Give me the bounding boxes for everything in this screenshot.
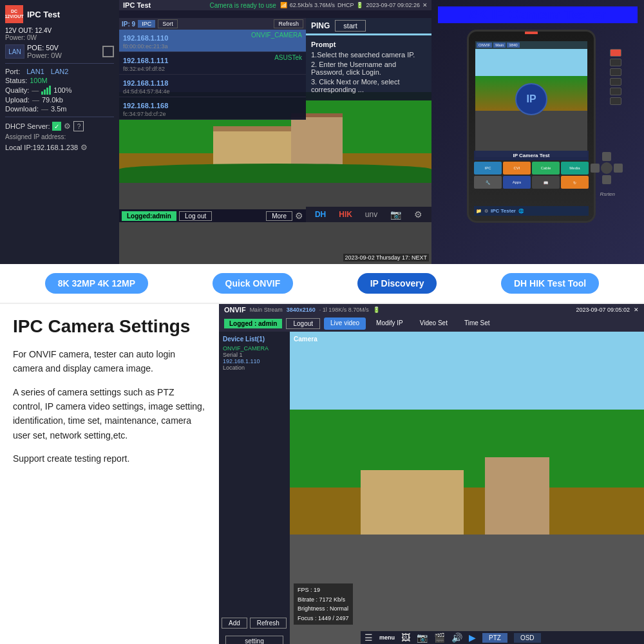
tab-video-set[interactable]: Video Set (413, 317, 454, 330)
feature-badge-8k[interactable]: 8K 32MP 4K 12MP (45, 273, 148, 294)
dpad (591, 152, 623, 184)
hw-btn-2[interactable] (610, 68, 621, 76)
screenshot-tabs: Logged : admin Logout Live video Modify … (219, 316, 644, 332)
settings-button[interactable]: ⚙ (295, 211, 303, 221)
camera-feed: Camera FPS : 19 Bitrate : 7172 Kb/s Brig… (290, 332, 644, 644)
dpad-left[interactable] (591, 164, 600, 173)
dpad-up[interactable] (602, 152, 611, 161)
dpad-right[interactable] (614, 164, 623, 173)
image-icon[interactable]: 🖼 (401, 632, 410, 643)
download-value: 3.5m (51, 105, 66, 113)
app-tools[interactable]: 🔧 (474, 176, 502, 189)
app-myapps[interactable]: Apps (503, 176, 531, 189)
more-button[interactable]: More (266, 211, 292, 221)
ping-label: PING (311, 21, 330, 30)
menu-item-res: 3840 (507, 43, 519, 48)
tab-live-video[interactable]: Live video (324, 317, 366, 330)
dhcp-checkbox[interactable]: ✓ (52, 122, 61, 131)
feature-badge-dhhik[interactable]: DH HIK Test Tool (501, 273, 599, 294)
app-cvihd[interactable]: CVI (503, 162, 531, 175)
device-item-location: Location (223, 365, 286, 371)
dc-label: DC 12V/OUT (5, 9, 23, 20)
setting-button[interactable]: setting (225, 636, 283, 644)
local-ip-settings-icon[interactable]: ⚙ (80, 143, 88, 152)
ip-list-item-2[interactable]: 192.168.1.111 ASUSTek f8:32:e4:9f:df:82 (119, 52, 306, 75)
ping-bar: PING start (306, 18, 431, 33)
signal-dots: · 1l 198K/s 8.70M/s (319, 307, 369, 313)
screen-title: IPC Test (123, 1, 151, 9)
dhcp-server-label: DHCP Server: (5, 122, 50, 130)
close-icon[interactable]: ✕ (422, 2, 428, 8)
app-update[interactable]: ↻ (561, 176, 589, 189)
app-title-bar: DC 12V/OUT IPC Test (5, 5, 114, 23)
play-icon[interactable]: ▶ (469, 632, 476, 643)
app-manual[interactable]: 📖 (532, 176, 560, 189)
audio-icon[interactable]: 🔊 (451, 632, 462, 643)
ipc-button[interactable]: IPC (138, 20, 155, 28)
resolution-label: 3840x2160 (287, 307, 316, 313)
dpad-down[interactable] (602, 175, 611, 184)
logout-btn2[interactable]: Logout (286, 318, 320, 329)
device-item-ip: 192.168.1.110 (223, 358, 286, 365)
bottom-section: IPC Camera Settings For ONVIF camera, te… (0, 304, 644, 644)
hw-btn-3[interactable] (610, 78, 621, 86)
hw-btn-power[interactable] (610, 49, 621, 57)
tab-modify-ip[interactable]: Modify IP (370, 317, 410, 330)
tab-time-set[interactable]: Time Set (458, 317, 497, 330)
app-cable[interactable]: Cable (532, 162, 560, 175)
features-row: 8K 32MP 4K 12MP Quick ONVIF IP Discovery… (0, 264, 644, 304)
quality-label: Quality: (5, 86, 29, 94)
device-item-1[interactable]: ONVIF_CAMERA Serial 1 192.168.1.110 Loca… (223, 345, 286, 371)
ip-list-item-1[interactable]: 192.168.1.110 ONVIF_CAMERA f0:00:00:ec:2… (119, 30, 306, 52)
hw-btn-1[interactable] (610, 59, 621, 66)
help-icon[interactable]: ? (73, 121, 84, 131)
local-ip-row: Local IP:192.168.1.238 ⚙ (5, 143, 114, 152)
dpad-center[interactable] (601, 162, 612, 174)
hw-btn-5[interactable] (610, 97, 621, 105)
ip-list-item-3[interactable]: 192.168.1.118 d4:5d:64:57:84:4e (119, 75, 306, 97)
hw-btn-4[interactable] (610, 88, 621, 95)
camera-snap-icon[interactable]: 📷 (417, 632, 428, 643)
right-screenshot: ONVIF Main Stream 3840x2160 · 1l 198K/s … (219, 304, 644, 644)
app-media[interactable]: Media (561, 162, 589, 175)
menu-icon[interactable]: ☰ (365, 632, 373, 643)
screen-top-bar: IPC Test Camera is ready to use 📶 62.5Kb… (119, 0, 431, 10)
app-grid-area: IP Camera Test IPC CVI Cable Media 🔧 App… (474, 151, 589, 189)
video-icon[interactable]: 🎬 (434, 632, 445, 643)
mac-addr-2: f8:32:e4:9f:df:82 (123, 66, 302, 72)
port-row: Port: LAN1 LAN2 (5, 68, 114, 75)
app-ipcamera[interactable]: IPC (474, 162, 502, 175)
device-item-serial: Serial 1 (223, 352, 286, 358)
ip-circle-badge: IP (515, 83, 547, 115)
lan1-label: LAN1 (26, 68, 44, 75)
logout-button[interactable]: Log out (179, 211, 212, 221)
sort-button[interactable]: Sort (158, 19, 178, 28)
datetime-display: 2023-09-07 09:02:26 (366, 2, 420, 8)
power-button[interactable] (525, 30, 538, 34)
top-section: DC 12V/OUT IPC Test 12V OUT: 12.4V Power… (0, 0, 644, 264)
ptz-button[interactable]: PTZ (482, 633, 507, 643)
feed-refresh-button[interactable]: Refresh (250, 618, 287, 629)
osd-button[interactable]: OSD (514, 633, 541, 643)
device-wrapper: ONVIF Main 3840 IP IP Camera Test (448, 30, 628, 236)
battery-icon2: 🔋 (373, 307, 380, 313)
quality-percent: 100% (53, 86, 71, 94)
ip-list-item-4[interactable]: 192.168.1.168 fc:34:97:bd:cf:2e (119, 97, 306, 120)
add-button[interactable]: Add (222, 618, 247, 629)
mac-addr-4: fc:34:97:bd:cf:2e (123, 111, 302, 117)
device-name-1: ONVIF_CAMERA (251, 32, 302, 39)
main-content: IPC Test Camera is ready to use 📶 62.5Kb… (119, 0, 431, 264)
dhcp-gear-icon[interactable]: ⚙ (64, 122, 71, 131)
refresh-button[interactable]: Refresh (274, 19, 303, 28)
left-content: IPC Camera Settings For ONVIF camera, te… (0, 304, 219, 644)
device-screen: ONVIF Main 3840 IP (475, 41, 587, 157)
divider1 (5, 63, 114, 64)
brand-label: Rsrten (600, 191, 615, 197)
dh-brand: DH (315, 210, 326, 219)
upload-label: Upload: (5, 96, 30, 104)
dhcp-row: DHCP Server: ✓ ⚙ ? (5, 121, 114, 131)
close-btn2[interactable]: ✕ (634, 307, 639, 313)
feature-badge-ip-discovery[interactable]: IP Discovery (357, 273, 437, 294)
ping-start-button[interactable]: start (335, 20, 365, 32)
feature-badge-onvif[interactable]: Quick ONVIF (213, 273, 294, 294)
